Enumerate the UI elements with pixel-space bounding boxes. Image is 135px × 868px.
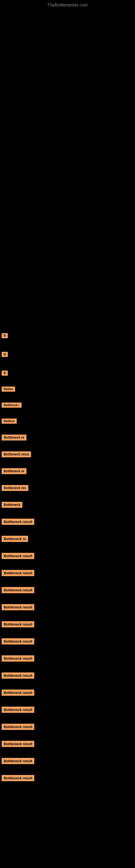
bottleneck-label-7: Bottleneck re — [2, 435, 27, 440]
list-item: Bottleneck re — [1, 465, 135, 477]
bottleneck-label-9: Bottleneck re — [2, 468, 27, 474]
bottleneck-label-25: Bottleneck result — [2, 741, 34, 747]
bottleneck-label-27: Bottleneck result — [2, 775, 34, 781]
list-item: Bottleneck result — [1, 516, 135, 528]
list-item: Bottleneck result — [1, 738, 135, 750]
list-item: Bottlen — [1, 384, 135, 394]
list-item: Bottleneck result — [1, 636, 135, 647]
list-item: Bottleneck result — [1, 653, 135, 664]
main-container: TheBottlenecker.com B B B Bottlen Bottle… — [0, 0, 135, 784]
bottleneck-label-1: B — [2, 333, 8, 338]
bottleneck-label-12: Bottleneck result — [2, 519, 34, 525]
list-item: Bottleneck result — [1, 618, 135, 630]
bottleneck-label-17: Bottleneck result — [2, 604, 34, 610]
list-item: B — [1, 330, 135, 341]
list-item: Bottleneck result — [1, 550, 135, 562]
content-area — [0, 10, 135, 167]
bottleneck-label-13: Bottleneck re — [2, 536, 28, 542]
list-item: Bottleneck r — [1, 400, 135, 410]
bottleneck-label-22: Bottleneck result — [2, 689, 34, 696]
bottleneck-label-2: B — [2, 352, 8, 357]
list-item: Bottleneck result — [1, 670, 135, 681]
bottleneck-label-4: Bottlen — [2, 386, 15, 392]
list-item: Bottleneck — [1, 499, 135, 510]
bottleneck-label-15: Bottleneck result — [2, 570, 34, 576]
bottleneck-label-5: Bottleneck r — [2, 403, 21, 408]
list-item: Bottleneck result — [1, 601, 135, 613]
bottleneck-label-3: B — [2, 371, 8, 376]
list-item: Bottleneck re — [1, 432, 135, 443]
list-item: Bottleneck result — [1, 687, 135, 699]
bottleneck-label-19: Bottleneck result — [2, 638, 34, 645]
list-item: B — [1, 368, 135, 378]
bottleneck-label-8: Bottleneck resul — [2, 452, 31, 457]
list-item: Bottleneck result — [1, 721, 135, 733]
list-item: Bottleneck res — [1, 482, 135, 494]
result-rows-container: B B B Bottlen Bottleneck r Bottlene Bott… — [0, 330, 135, 784]
bottleneck-label-6: Bottlene — [2, 418, 17, 424]
bottleneck-label-23: Bottleneck result — [2, 707, 34, 713]
bottleneck-label-14: Bottleneck result — [2, 553, 34, 559]
list-item: Bottleneck re — [1, 533, 135, 545]
bottleneck-label-20: Bottleneck result — [2, 655, 34, 661]
bottleneck-label-10: Bottleneck res — [2, 485, 28, 491]
bottleneck-label-26: Bottleneck result — [2, 758, 34, 764]
list-item: Bottleneck result — [1, 755, 135, 767]
bottleneck-label-16: Bottleneck result — [2, 587, 34, 593]
list-item: Bottleneck result — [1, 584, 135, 596]
list-item: Bottleneck result — [1, 567, 135, 579]
list-item: Bottlene — [1, 416, 135, 426]
bottleneck-label-21: Bottleneck result — [2, 673, 34, 679]
bottleneck-label-24: Bottleneck result — [2, 724, 34, 730]
site-title: TheBottlenecker.com — [0, 0, 135, 10]
list-item: Bottleneck resul — [1, 448, 135, 460]
bottleneck-label-18: Bottleneck result — [2, 621, 34, 627]
list-item: Bottleneck result — [1, 772, 135, 784]
bottleneck-label-11: Bottleneck — [2, 502, 22, 508]
list-item: Bottleneck result — [1, 704, 135, 716]
list-item: B — [1, 349, 135, 360]
